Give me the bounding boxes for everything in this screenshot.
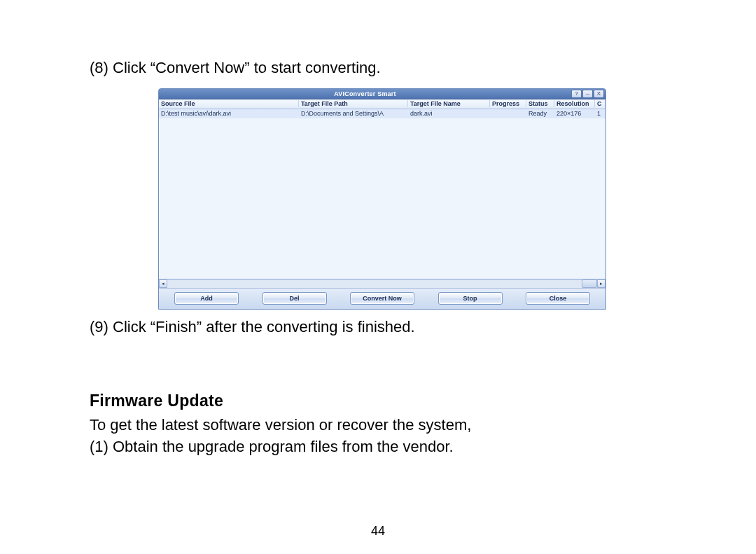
del-button[interactable]: Del <box>262 292 327 305</box>
header-extra[interactable]: C <box>595 100 606 107</box>
window-titlebar[interactable]: AVIConverter Smart ? – X <box>159 89 606 99</box>
close-button[interactable]: Close <box>526 292 590 305</box>
scroll-left-icon[interactable]: ◂ <box>159 279 167 288</box>
scroll-right-icon[interactable]: ▸ <box>597 279 606 288</box>
scroll-thumb[interactable] <box>582 279 597 288</box>
horizontal-scrollbar[interactable]: ◂ ▸ <box>159 279 606 288</box>
cell-target-name: dark.avi <box>408 110 490 117</box>
instruction-step-9: (9) Click “Finish” after the converting … <box>90 317 700 338</box>
button-bar: Add Del Convert Now Stop Close <box>159 288 606 309</box>
list-body-empty <box>159 118 606 279</box>
firmware-update-heading: Firmware Update <box>90 392 700 410</box>
header-target-path[interactable]: Target File Path <box>299 100 408 107</box>
header-status[interactable]: Status <box>526 100 554 107</box>
add-button[interactable]: Add <box>174 292 239 305</box>
window-controls: ? – X <box>571 90 604 98</box>
firmware-update-step-1: (1) Obtain the upgrade program files fro… <box>90 436 700 458</box>
scroll-track[interactable] <box>167 279 597 288</box>
document-page: (8) Click “Convert Now” to start convert… <box>0 0 756 554</box>
page-number: 44 <box>0 524 756 539</box>
header-target-name[interactable]: Target File Name <box>408 100 490 107</box>
firmware-update-intro: To get the latest software version or re… <box>90 415 700 436</box>
header-progress[interactable]: Progress <box>490 100 526 107</box>
header-resolution[interactable]: Resolution <box>554 100 595 107</box>
close-window-button[interactable]: X <box>594 90 604 98</box>
instruction-step-8: (8) Click “Convert Now” to start convert… <box>90 57 700 78</box>
cell-target-path: D:\Documents and Settings\A <box>299 110 408 117</box>
cell-resolution: 220×176 <box>554 110 595 117</box>
aviconverter-window: AVIConverter Smart ? – X Source File Tar… <box>158 88 606 310</box>
cell-extra: 1 <box>595 110 606 117</box>
help-button[interactable]: ? <box>571 90 582 98</box>
window-title: AVIConverter Smart <box>159 90 571 97</box>
cell-source-file: D:\test music\avi\dark.avi <box>159 110 299 117</box>
minimize-button[interactable]: – <box>582 90 593 98</box>
table-row[interactable]: D:\test music\avi\dark.avi D:\Documents … <box>159 109 606 118</box>
cell-status: Ready <box>526 110 554 117</box>
column-headers: Source File Target File Path Target File… <box>159 99 606 109</box>
convert-now-button[interactable]: Convert Now <box>350 292 414 305</box>
header-source-file[interactable]: Source File <box>159 100 299 107</box>
stop-button[interactable]: Stop <box>438 292 503 305</box>
